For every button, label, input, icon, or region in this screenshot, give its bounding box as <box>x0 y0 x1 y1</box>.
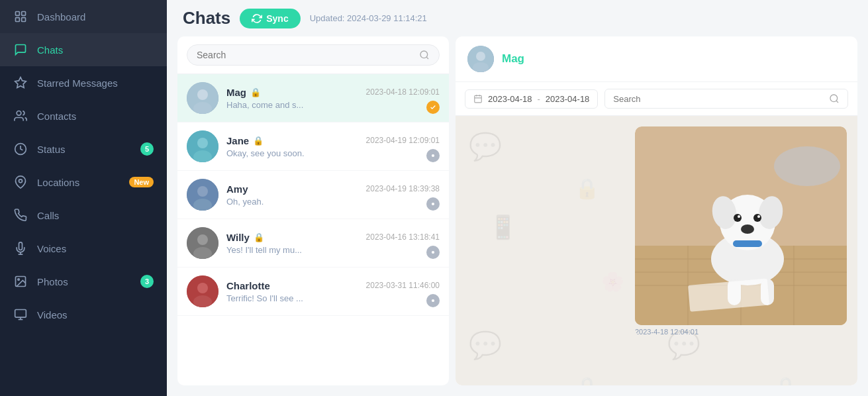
svg-rect-2 <box>16 18 20 22</box>
chat-indicator-mag <box>426 101 440 114</box>
sidebar-item-locations[interactable]: Locations New <box>0 166 167 199</box>
locations-icon <box>13 175 28 189</box>
svg-rect-3 <box>22 18 26 22</box>
star-icon <box>13 75 28 90</box>
svg-point-27 <box>432 203 434 205</box>
calendar-icon <box>473 94 483 103</box>
chat-search-input[interactable] <box>197 50 414 60</box>
indicator-icon <box>430 201 436 207</box>
sidebar-item-photos[interactable]: Photos 3 <box>0 265 167 298</box>
dog-image <box>635 126 847 325</box>
sidebar-item-status[interactable]: Status 5 <box>0 132 167 166</box>
svg-rect-39 <box>475 95 482 103</box>
detail-search-input[interactable] <box>613 94 824 104</box>
chat-info-charlotte: Charlotte 2023-03-31 11:46:00 Terrific! … <box>226 280 440 303</box>
sidebar-item-starred-messages[interactable]: Starred Messages <box>0 66 167 99</box>
date-separator: - <box>538 94 540 104</box>
svg-point-7 <box>19 179 23 183</box>
indicator-icon <box>430 152 436 159</box>
chat-item-amy[interactable]: Amy 2023-04-19 18:39:38 Oh, yeah. <box>177 171 449 219</box>
chat-info-mag: Mag 🔒 2023-04-18 12:09:01 Haha, come and… <box>226 87 440 110</box>
indicator-icon <box>430 249 436 256</box>
chat-info-jane: Jane 🔒 2023-04-19 12:09:01 Okay, see you… <box>226 135 440 158</box>
chats-icon <box>13 42 28 57</box>
chat-item-charlotte[interactable]: Charlotte 2023-03-31 11:46:00 Terrific! … <box>177 268 449 316</box>
indicator-check-icon <box>430 104 436 111</box>
sidebar-item-contacts[interactable]: Contacts <box>0 99 167 132</box>
detail-contact-name: Mag <box>502 52 524 66</box>
amy-avatar-img <box>187 179 218 211</box>
sidebar-item-label: Contacts <box>37 111 154 122</box>
svg-point-31 <box>432 251 434 254</box>
sidebar-item-chats[interactable]: Chats <box>0 33 167 66</box>
date-from: 2023-04-18 <box>488 94 532 104</box>
jane-avatar-img <box>187 130 218 162</box>
page-header: Chats Sync Updated: 2024-03-29 11:14:21 <box>167 0 868 36</box>
svg-marker-4 <box>15 77 26 88</box>
page-title: Chats <box>183 8 230 28</box>
chat-search-bar <box>177 36 449 74</box>
avatar-jane <box>187 130 218 162</box>
sidebar-item-voices[interactable]: Voices <box>0 232 167 265</box>
chat-preview-mag: Haha, come and s... <box>226 100 440 110</box>
svg-rect-0 <box>16 12 20 16</box>
avatar-willy <box>187 227 218 259</box>
sync-icon <box>252 13 262 24</box>
sidebar-item-calls[interactable]: Calls <box>0 199 167 232</box>
chat-name-amy: Amy <box>226 183 248 195</box>
updated-text: Updated: 2024-03-29 11:14:21 <box>310 13 427 23</box>
sidebar-item-label: Locations <box>37 177 120 188</box>
svg-point-60 <box>757 215 760 218</box>
avatar-charlotte <box>187 275 218 307</box>
chat-item-mag[interactable]: Mag 🔒 2023-04-18 12:09:01 Haha, come and… <box>177 74 449 123</box>
svg-point-58 <box>753 214 761 222</box>
chat-item-jane[interactable]: Jane 🔒 2023-04-19 12:09:01 Okay, see you… <box>177 123 449 171</box>
mag-avatar-img <box>187 82 218 114</box>
chat-name-charlotte: Charlotte <box>226 280 270 291</box>
videos-icon <box>13 307 28 322</box>
svg-line-16 <box>426 57 428 59</box>
contacts-icon <box>13 109 28 123</box>
svg-line-44 <box>836 101 838 103</box>
svg-point-23 <box>432 154 434 157</box>
sync-label: Sync <box>266 13 288 24</box>
chat-indicator-charlotte <box>426 294 440 307</box>
main-content: Chats Sync Updated: 2024-03-29 11:14:21 <box>167 0 868 396</box>
date-filter-bar: 2023-04-18 - 2023-04-18 <box>456 82 857 116</box>
search-icon <box>419 50 430 60</box>
calls-icon <box>13 208 28 223</box>
svg-point-33 <box>197 283 208 293</box>
sidebar-item-label: Starred Messages <box>37 77 154 89</box>
detail-search-wrap[interactable] <box>604 89 848 109</box>
svg-point-25 <box>197 186 208 197</box>
lock-icon-jane: 🔒 <box>253 136 264 146</box>
svg-rect-12 <box>15 310 26 318</box>
chat-info-willy: Willy 🔒 2023-04-16 13:18:41 Yes! I'll te… <box>226 232 440 255</box>
willy-avatar-img <box>187 227 218 259</box>
date-range-box[interactable]: 2023-04-18 - 2023-04-18 <box>465 89 598 109</box>
chat-detail-panel: Mag 2023-04-18 - 2023-04-18 <box>456 36 857 385</box>
lock-icon-mag: 🔒 <box>250 87 261 97</box>
chat-time-amy: 2023-04-19 18:39:38 <box>366 184 440 193</box>
sidebar-item-label: Videos <box>37 309 154 321</box>
sidebar-item-videos[interactable]: Videos <box>0 298 167 331</box>
svg-rect-64 <box>733 240 762 247</box>
chat-preview-charlotte: Terrific! So I'll see ... <box>226 293 440 303</box>
svg-point-15 <box>420 51 428 58</box>
chat-indicator-jane <box>426 149 440 162</box>
chat-search-wrap[interactable] <box>187 44 440 66</box>
sidebar-item-dashboard[interactable]: Dashboard <box>0 0 167 33</box>
indicator-icon <box>430 297 436 304</box>
chat-time-jane: 2023-04-19 12:09:01 <box>366 136 440 145</box>
message-bubble-image: 2023-4-18 12:04:01 <box>635 126 847 336</box>
sidebar-item-label: Calls <box>37 210 154 221</box>
sidebar-item-label: Photos <box>37 276 131 287</box>
photos-badge: 3 <box>140 275 154 288</box>
chat-item-willy[interactable]: Willy 🔒 2023-04-16 13:18:41 Yes! I'll te… <box>177 219 449 268</box>
message-time: 2023-4-18 12:04:01 <box>635 328 847 336</box>
sync-button[interactable]: Sync <box>240 9 300 28</box>
date-to: 2023-04-18 <box>546 94 590 104</box>
svg-point-66 <box>774 146 840 186</box>
svg-point-59 <box>738 215 740 218</box>
lock-icon-willy: 🔒 <box>254 232 264 242</box>
